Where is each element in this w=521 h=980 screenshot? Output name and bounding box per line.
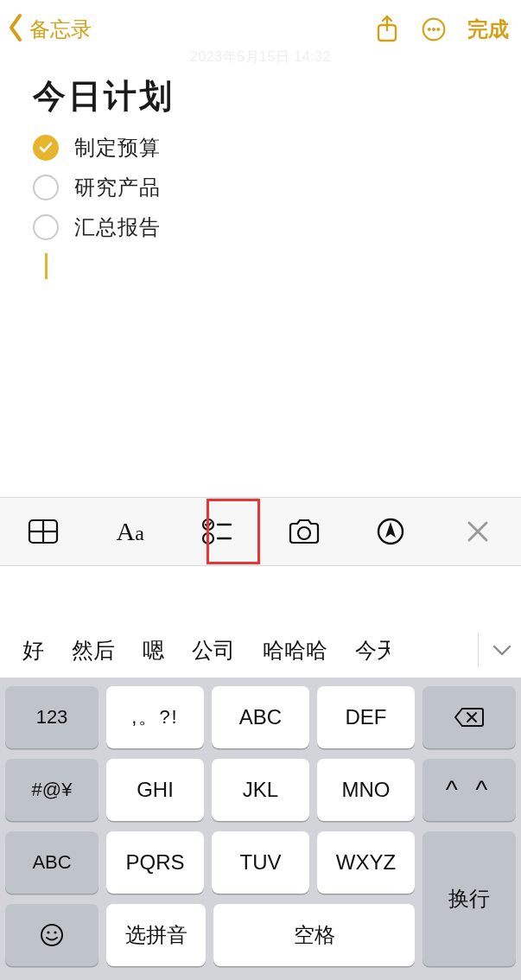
key-return[interactable]: 换行 xyxy=(423,831,516,966)
text-cursor xyxy=(45,253,48,279)
svg-point-3 xyxy=(432,28,435,30)
key-def[interactable]: DEF xyxy=(317,686,415,748)
suggestion-bar: 好 然后 嗯 公司 哈哈哈 今天 xyxy=(0,622,521,678)
chevron-down-icon xyxy=(492,643,512,657)
checklist-item[interactable]: 汇总报告 xyxy=(33,213,495,241)
key-tuv[interactable]: TUV xyxy=(212,831,309,894)
backspace-icon xyxy=(454,706,485,729)
back-label: 备忘录 xyxy=(29,16,92,43)
checklist-item-label: 研究产品 xyxy=(74,174,161,201)
dismiss-toolbar[interactable] xyxy=(435,498,522,565)
key-kaomoji[interactable]: ^ ^ xyxy=(423,759,516,821)
emoji-icon xyxy=(39,922,65,948)
key-punct[interactable]: ,。?! xyxy=(106,686,204,748)
back-button[interactable]: 备忘录 xyxy=(5,12,92,47)
done-button[interactable]: 完成 xyxy=(467,16,509,43)
key-emoji[interactable] xyxy=(5,904,98,966)
keyboard: 123 ,。?! ABC DEF #@¥ GHI JKL MNO ^ ^ ABC xyxy=(0,678,521,980)
collapse-suggestions[interactable] xyxy=(478,633,512,667)
note-title[interactable]: 今日计划 xyxy=(33,74,495,118)
chevron-left-icon xyxy=(5,12,28,47)
share-button[interactable] xyxy=(374,15,400,44)
format-icon: Aa xyxy=(117,517,144,546)
table-icon xyxy=(28,519,59,544)
checkbox-empty-icon[interactable] xyxy=(33,175,59,200)
camera-icon xyxy=(287,518,321,545)
key-abc[interactable]: ABC xyxy=(212,686,309,748)
suggestion[interactable]: 今天 xyxy=(341,636,390,665)
key-alpha[interactable]: ABC xyxy=(5,831,98,894)
suggestion[interactable]: 嗯 xyxy=(129,636,178,665)
pen-circle-icon xyxy=(376,517,405,546)
checklist-item-label: 汇总报告 xyxy=(74,213,161,241)
checkbox-checked-icon[interactable] xyxy=(33,135,59,161)
suggestion[interactable]: 公司 xyxy=(178,636,249,665)
svg-point-4 xyxy=(437,28,440,30)
svg-point-10 xyxy=(203,533,213,544)
markup-tool[interactable] xyxy=(347,498,435,565)
checklist-icon xyxy=(201,517,232,546)
key-mno[interactable]: MNO xyxy=(317,759,415,821)
editor-toolbar: Aa xyxy=(0,497,521,566)
svg-point-15 xyxy=(47,931,49,933)
key-jkl[interactable]: JKL xyxy=(212,759,309,821)
checklist-item[interactable]: 制定预算 xyxy=(33,134,495,162)
svg-point-2 xyxy=(428,28,430,30)
camera-tool[interactable] xyxy=(261,498,348,565)
checkbox-empty-icon[interactable] xyxy=(33,214,59,240)
key-pqrs[interactable]: PQRS xyxy=(106,831,204,894)
svg-point-16 xyxy=(54,931,56,933)
suggestion[interactable]: 好 xyxy=(9,636,58,665)
svg-point-14 xyxy=(41,925,62,945)
key-wxyz[interactable]: WXYZ xyxy=(317,831,415,894)
more-circle-icon xyxy=(421,15,447,44)
suggestion[interactable]: 哈哈哈 xyxy=(249,636,341,665)
format-tool[interactable]: Aa xyxy=(87,498,175,565)
suggestion[interactable]: 然后 xyxy=(58,636,129,665)
key-symbols[interactable]: #@¥ xyxy=(5,759,98,821)
checklist-item-label: 制定预算 xyxy=(74,134,161,162)
note-body[interactable]: 今日计划 制定预算 研究产品 汇总报告 xyxy=(0,59,521,279)
checklist-item[interactable]: 研究产品 xyxy=(33,174,495,201)
svg-point-8 xyxy=(203,519,213,530)
navbar: 备忘录 完成 xyxy=(0,0,521,59)
key-backspace[interactable] xyxy=(423,686,516,748)
key-ghi[interactable]: GHI xyxy=(106,759,204,821)
share-icon xyxy=(374,15,400,44)
table-tool[interactable] xyxy=(0,498,87,565)
key-space[interactable]: 空格 xyxy=(213,904,415,966)
key-123[interactable]: 123 xyxy=(5,686,98,748)
checklist-tool[interactable] xyxy=(174,498,261,565)
svg-point-12 xyxy=(298,527,310,539)
key-pinyin[interactable]: 选拼音 xyxy=(106,904,206,966)
more-button[interactable] xyxy=(421,15,447,44)
close-icon xyxy=(466,519,490,544)
